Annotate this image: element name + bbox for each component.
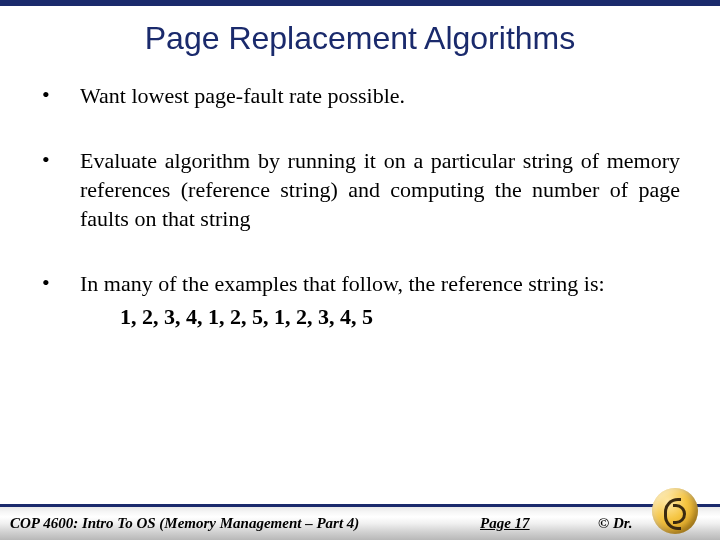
bullet-lead-text: In many of the examples that follow, the… [80, 271, 605, 296]
bullet-marker: • [42, 146, 80, 233]
slide-body: • Want lowest page-fault rate possible. … [0, 81, 720, 331]
page-title: Page Replacement Algorithms [0, 20, 720, 57]
bullet-text: Want lowest page-fault rate possible. [80, 81, 405, 110]
bullet-item: • Want lowest page-fault rate possible. [42, 81, 680, 110]
footer-page-number: Page 17 [480, 515, 530, 532]
footer-copyright: © Dr. [598, 515, 633, 532]
slide-footer: COP 4600: Intro To OS (Memory Management… [0, 504, 720, 540]
bullet-marker: • [42, 269, 80, 331]
ucf-logo-icon [652, 488, 698, 534]
footer-course: COP 4600: Intro To OS (Memory Management… [0, 515, 359, 532]
reference-string: 1, 2, 3, 4, 1, 2, 5, 1, 2, 3, 4, 5 [120, 302, 605, 331]
bullet-item: • In many of the examples that follow, t… [42, 269, 680, 331]
bullet-item: • Evaluate algorithm by running it on a … [42, 146, 680, 233]
header-accent-bar [0, 0, 720, 6]
bullet-marker: • [42, 81, 80, 110]
bullet-text: Evaluate algorithm by running it on a pa… [80, 146, 680, 233]
bullet-text: In many of the examples that follow, the… [80, 269, 605, 331]
